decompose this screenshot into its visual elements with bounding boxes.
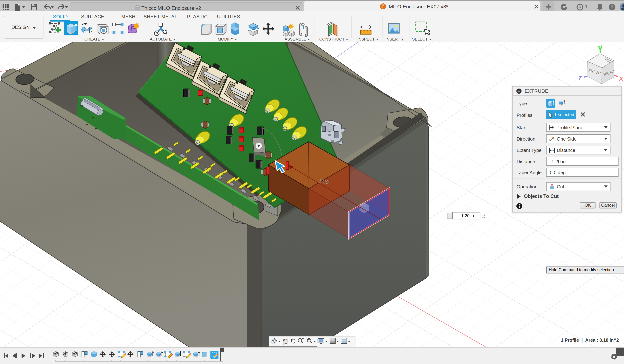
svg-text:Z: Z [578,75,582,82]
svg-text:X: X [619,75,623,82]
svg-text:?: ? [611,4,614,10]
